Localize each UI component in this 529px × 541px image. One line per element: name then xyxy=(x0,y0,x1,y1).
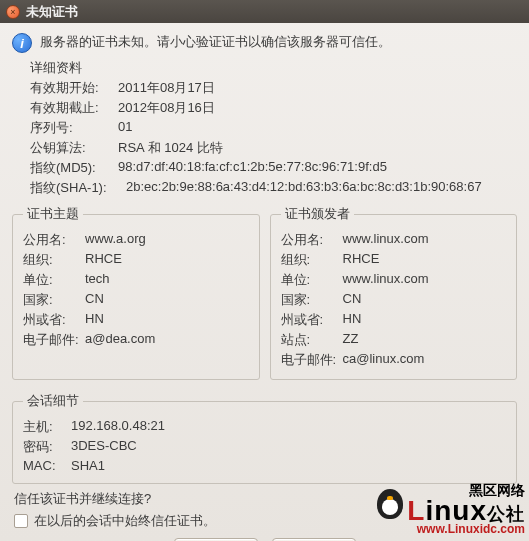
session-legend: 会话细节 xyxy=(23,392,83,410)
valid-from-label: 有效期开始: xyxy=(30,79,108,97)
subject-state-value: HN xyxy=(85,311,104,329)
trust-question: 信任该证书并继续连接? xyxy=(14,490,517,508)
subject-country-value: CN xyxy=(85,291,104,309)
pubkey-label: 公钥算法: xyxy=(30,139,108,157)
issuer-state-label: 州或省: xyxy=(281,311,337,329)
issuer-site-value: ZZ xyxy=(343,331,359,349)
serial-label: 序列号: xyxy=(30,119,108,137)
subject-email-label: 电子邮件: xyxy=(23,331,79,349)
issuer-cn-value: www.linux.com xyxy=(343,231,429,249)
session-group: 会话细节 主机:192.168.0.48:21 密码:3DES-CBC MAC:… xyxy=(12,392,517,484)
dialog-content: i 服务器的证书未知。请小心验证证书以确信该服务器可信任。 详细资料 有效期开始… xyxy=(0,23,529,541)
sha1-value: 2b:ec:2b:9e:88:6a:43:d4:12:bd:63:b3:6a:b… xyxy=(126,179,482,197)
subject-cn-label: 公用名: xyxy=(23,231,79,249)
subject-email-value: a@dea.com xyxy=(85,331,155,349)
always-trust-label: 在以后的会话中始终信任证书。 xyxy=(34,512,216,530)
subject-org-label: 组织: xyxy=(23,251,79,269)
session-host-label: 主机: xyxy=(23,418,65,436)
window-title: 未知证书 xyxy=(26,3,78,21)
issuer-unit-label: 单位: xyxy=(281,271,337,289)
md5-label: 指纹(MD5): xyxy=(30,159,108,177)
titlebar: × 未知证书 xyxy=(0,0,529,23)
issuer-org-label: 组织: xyxy=(281,251,337,269)
info-icon: i xyxy=(12,33,32,53)
subject-unit-label: 单位: xyxy=(23,271,79,289)
serial-value: 01 xyxy=(118,119,132,137)
subject-cn-value: www.a.org xyxy=(85,231,146,249)
details-heading: 详细资料 xyxy=(30,59,517,77)
subject-org-value: RHCE xyxy=(85,251,122,269)
issuer-email-label: 电子邮件: xyxy=(281,351,337,369)
session-mac-label: MAC: xyxy=(23,458,65,473)
close-icon[interactable]: × xyxy=(6,5,20,19)
issuer-country-label: 国家: xyxy=(281,291,337,309)
subject-unit-value: tech xyxy=(85,271,110,289)
issuer-state-value: HN xyxy=(343,311,362,329)
session-cipher-label: 密码: xyxy=(23,438,65,456)
cert-subject-legend: 证书主题 xyxy=(23,205,83,223)
session-cipher-value: 3DES-CBC xyxy=(71,438,137,456)
pubkey-value: RSA 和 1024 比特 xyxy=(118,139,223,157)
cert-subject-group: 证书主题 公用名:www.a.org 组织:RHCE 单位:tech 国家:CN… xyxy=(12,205,260,380)
cert-issuer-group: 证书颁发者 公用名:www.linux.com 组织:RHCE 单位:www.l… xyxy=(270,205,518,380)
warning-message: 服务器的证书未知。请小心验证证书以确信该服务器可信任。 xyxy=(40,31,391,51)
always-trust-checkbox[interactable] xyxy=(14,514,28,528)
cert-issuer-legend: 证书颁发者 xyxy=(281,205,354,223)
issuer-country-value: CN xyxy=(343,291,362,309)
session-mac-value: SHA1 xyxy=(71,458,105,473)
sha1-label: 指纹(SHA-1): xyxy=(30,179,116,197)
valid-to-label: 有效期截止: xyxy=(30,99,108,117)
subject-country-label: 国家: xyxy=(23,291,79,309)
issuer-org-value: RHCE xyxy=(343,251,380,269)
issuer-cn-label: 公用名: xyxy=(281,231,337,249)
subject-state-label: 州或省: xyxy=(23,311,79,329)
valid-from-value: 2011年08月17日 xyxy=(118,79,215,97)
session-host-value: 192.168.0.48:21 xyxy=(71,418,165,436)
valid-to-value: 2012年08月16日 xyxy=(118,99,215,117)
issuer-email-value: ca@linux.com xyxy=(343,351,425,369)
issuer-unit-value: www.linux.com xyxy=(343,271,429,289)
issuer-site-label: 站点: xyxy=(281,331,337,349)
md5-value: 98:d7:df:40:18:fa:cf:c1:2b:5e:77:8c:96:7… xyxy=(118,159,387,177)
